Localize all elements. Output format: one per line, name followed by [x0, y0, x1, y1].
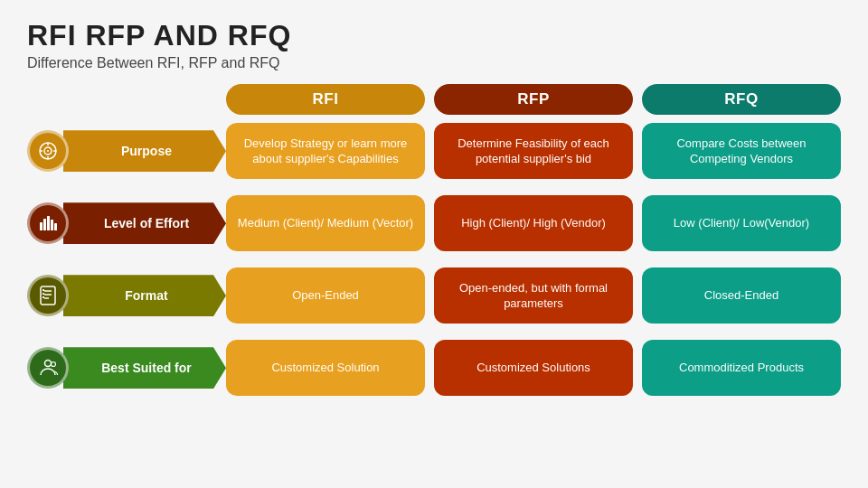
slide: RFI RFP AND RFQ Difference Between RFI, … [0, 0, 868, 488]
purpose-cells: Develop Strategy or learn more about sup… [226, 123, 841, 179]
svg-rect-12 [41, 286, 55, 305]
effort-rfq-cell: Low (Client)/ Low(Vendor) [642, 195, 841, 251]
suited-cells: Customized Solution Customized Solutions… [226, 340, 841, 396]
row-format: Format Open-Ended Open-ended, but with f… [27, 263, 841, 328]
effort-icon-circle [27, 202, 69, 244]
suited-label-arrow: Best Suited for [63, 347, 226, 389]
suited-rfp-cell: Customized Solutions [434, 340, 633, 396]
svg-rect-9 [47, 216, 50, 230]
effort-label-area: Level of Effort [27, 191, 226, 256]
suited-cells-wrapper: Customized Solution Customized Solutions… [226, 335, 841, 400]
format-cells-wrapper: Open-Ended Open-ended, but with formal p… [226, 263, 841, 328]
effort-rfp-cell: High (Client)/ High (Vendor) [434, 195, 633, 251]
purpose-rfp-cell: Determine Feasibility of each potential … [434, 123, 633, 179]
purpose-icon [37, 140, 59, 162]
svg-rect-17 [42, 293, 44, 295]
svg-point-19 [45, 361, 52, 367]
svg-rect-16 [42, 289, 44, 291]
format-icon-circle [27, 275, 69, 316]
svg-rect-7 [40, 222, 42, 230]
format-icon [37, 285, 59, 306]
subtitle: Difference Between RFI, RFP and RFQ [27, 55, 841, 71]
purpose-rfi-cell: Develop Strategy or learn more about sup… [226, 123, 425, 179]
svg-point-2 [47, 150, 49, 152]
col-header-rfi: RFI [226, 84, 425, 115]
suited-label: Best Suited for [63, 347, 226, 389]
svg-rect-8 [43, 219, 46, 230]
purpose-cells-wrapper: Develop Strategy or learn more about sup… [226, 118, 841, 183]
table-area: RFI RFP RFQ [27, 84, 841, 408]
format-rfi-cell: Open-Ended [226, 267, 425, 324]
col-header-rfq: RFQ [642, 84, 841, 115]
purpose-label: Purpose [63, 130, 226, 172]
effort-icon [37, 212, 59, 234]
row-effort: Level of Effort Medium (Client)/ Medium … [27, 191, 841, 256]
format-label: Format [63, 275, 226, 316]
format-label-area: Format [27, 263, 226, 328]
format-cells: Open-Ended Open-ended, but with formal p… [226, 267, 841, 324]
suited-label-area: Best Suited for [27, 335, 226, 400]
purpose-icon-circle [27, 130, 69, 172]
svg-rect-18 [42, 296, 44, 298]
format-rfp-cell: Open-ended, but with formal parameters [434, 267, 633, 324]
suited-icon [37, 357, 59, 379]
format-label-arrow: Format [63, 275, 226, 316]
header-row: RFI RFP RFQ [27, 84, 841, 115]
format-rfq-cell: Closed-Ended [642, 267, 841, 324]
effort-cells-wrapper: Medium (Client)/ Medium (Vector) High (C… [226, 191, 841, 256]
purpose-label-area: Purpose [27, 118, 226, 183]
effort-label: Level of Effort [63, 202, 226, 244]
suited-icon-circle [27, 347, 69, 389]
purpose-label-arrow: Purpose [63, 130, 226, 172]
main-title: RFI RFP AND RFQ [27, 20, 841, 52]
effort-cells: Medium (Client)/ Medium (Vector) High (C… [226, 195, 841, 251]
purpose-rfq-cell: Compare Costs between Competing Vendors [642, 123, 841, 179]
effort-rfi-cell: Medium (Client)/ Medium (Vector) [226, 195, 425, 251]
suited-rfq-cell: Commoditized Products [642, 340, 841, 396]
svg-rect-11 [54, 223, 57, 230]
svg-rect-10 [51, 220, 53, 230]
col-headers: RFI RFP RFQ [226, 84, 841, 115]
effort-label-arrow: Level of Effort [63, 202, 226, 244]
suited-rfi-cell: Customized Solution [226, 340, 425, 396]
row-suited: Best Suited for Customized Solution Cust… [27, 335, 841, 400]
row-purpose: Purpose Develop Strategy or learn more a… [27, 118, 841, 183]
col-header-rfp: RFP [434, 84, 633, 115]
svg-point-20 [52, 362, 56, 367]
